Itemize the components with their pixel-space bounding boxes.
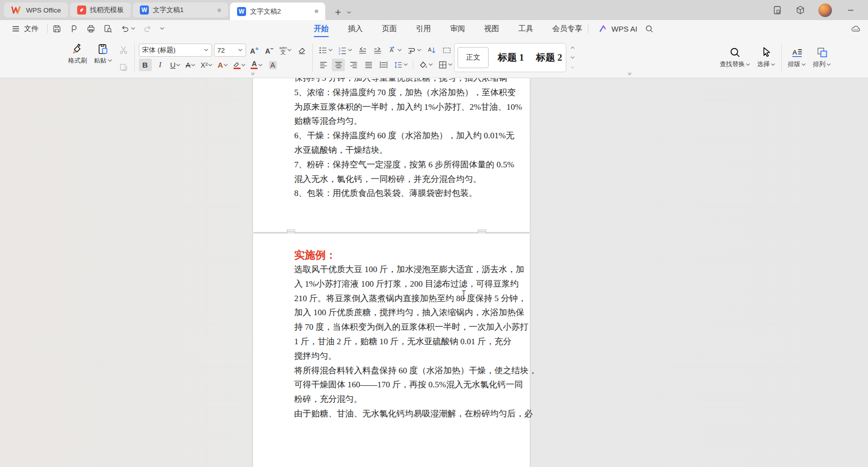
document-line: 将所得混合料转入料盘保持 60 度（水浴加热）干燥，使之结块， <box>294 364 489 378</box>
decrease-font-button[interactable]: A− <box>263 44 276 57</box>
hamburger-icon <box>11 24 21 34</box>
tab-document-2[interactable]: W 文字文稿2 <box>230 3 325 20</box>
file-menu-button[interactable]: 文件 <box>7 24 43 34</box>
redo-button[interactable] <box>143 24 152 34</box>
font-color-button[interactable]: A <box>249 59 264 71</box>
sort-button[interactable] <box>425 44 438 57</box>
font-name-select[interactable]: 宋体 (标题) <box>139 44 212 57</box>
export-pdf-button[interactable] <box>69 24 79 34</box>
pinyin-guide-button[interactable]: wén文 <box>278 44 294 57</box>
document-page-2[interactable]: 实施例： 选取风干优质大豆 100 斤，加水浸泡至膨大适宜，沥去水，加入 1%小… <box>253 233 530 467</box>
scissors-icon <box>119 45 128 55</box>
select-button[interactable]: 选择 <box>755 45 777 70</box>
indent-icon <box>373 46 382 55</box>
ribbon-collapse-marker[interactable] <box>251 72 255 76</box>
tab-modified-dot <box>315 10 318 13</box>
mobile-device-icon[interactable] <box>772 5 782 15</box>
distribute-button[interactable] <box>377 59 390 71</box>
justify-button[interactable] <box>362 59 375 71</box>
styles-scroll-up-icon[interactable] <box>570 46 575 49</box>
tab-wps-home[interactable]: WPS Office <box>4 3 68 18</box>
increase-font-button[interactable]: A+ <box>248 44 261 57</box>
copy-button[interactable] <box>117 61 130 74</box>
document-line: 混入无水，氯化钙，一同粉碎，并充分混合均匀。 <box>294 172 489 187</box>
menu-tab[interactable]: 会员专享 <box>551 21 583 37</box>
tab-list-chevron[interactable] <box>347 11 351 14</box>
shading-button[interactable] <box>417 59 435 71</box>
save-button[interactable] <box>52 24 62 34</box>
text-effects-button[interactable]: A <box>216 59 230 71</box>
borders-button[interactable] <box>437 59 454 71</box>
align-center-button[interactable] <box>332 59 345 71</box>
menu-tab[interactable]: 引用 <box>415 21 432 37</box>
ribbon-collapse-marker[interactable] <box>627 72 632 76</box>
tab-document-1[interactable]: W 文字文稿1 <box>133 3 228 18</box>
wrap-button[interactable] <box>405 44 423 57</box>
paste-button[interactable]: 粘贴 <box>92 42 114 66</box>
align-right-icon <box>349 60 358 70</box>
menu-tabs: 开始插入页面引用审阅视图工具会员专享 <box>313 21 583 37</box>
tab-modified-dot <box>218 9 221 12</box>
docer-icon <box>77 6 86 15</box>
format-painter-button[interactable]: 格式刷 <box>66 42 89 66</box>
highlight-color-button[interactable] <box>232 59 247 71</box>
arrange-button[interactable]: 排列 <box>811 45 833 70</box>
align-right-button[interactable] <box>347 59 360 71</box>
search-icon[interactable] <box>644 24 654 34</box>
arrange-icon <box>816 46 828 59</box>
editing-group: 查找替换 选择 <box>718 42 777 74</box>
numbered-list-button[interactable] <box>336 44 354 57</box>
menu-tab[interactable]: 开始 <box>313 21 330 37</box>
italic-button[interactable]: I <box>154 59 167 71</box>
text-direction-icon <box>387 46 397 55</box>
strikethrough-button[interactable]: A <box>184 59 197 71</box>
styles-more-icon[interactable] <box>570 66 575 69</box>
decrease-indent-button[interactable] <box>356 44 369 57</box>
apps-cube-icon[interactable] <box>795 5 805 15</box>
typeset-button[interactable]: 排版 <box>786 45 808 70</box>
document-line: 1 斤，甘油 2 斤，贻糖 10 斤，无水亚硫酸钠 0.01 斤，充分 <box>294 335 489 349</box>
bold-button[interactable]: B <box>139 59 152 71</box>
print-button[interactable] <box>86 24 96 34</box>
tab-docer-templates[interactable]: 找稻壳模板 <box>70 3 131 18</box>
cloud-more-icon[interactable] <box>850 24 861 34</box>
menu-tab[interactable]: 工具 <box>517 21 534 37</box>
text-direction-button[interactable] <box>386 44 403 57</box>
quickbar-more-chevron[interactable] <box>160 27 164 30</box>
line-spacing-button[interactable] <box>392 59 409 71</box>
style-item[interactable]: 正文 <box>458 47 489 68</box>
increase-indent-button[interactable] <box>371 44 384 57</box>
minimize-button[interactable] <box>845 7 856 14</box>
user-avatar[interactable] <box>818 4 832 17</box>
document-workspace[interactable]: 保持约 5 分钟，加入等重量优质蔗糖，搅匀，抽入浓缩锅5、浓缩：保持温度约 70… <box>0 78 868 467</box>
document-line: 8、包装：用优质食品包装袋、薄膜袋密封包装。 <box>294 186 489 201</box>
wps-ai-icon <box>599 24 608 33</box>
document-page-1[interactable]: 保持约 5 分钟，加入等重量优质蔗糖，搅匀，抽入浓缩锅5、浓缩：保持温度约 70… <box>253 78 530 232</box>
character-border-button[interactable] <box>440 44 453 57</box>
menu-tab[interactable]: 视图 <box>483 21 500 37</box>
menu-tab[interactable]: 页面 <box>381 21 398 37</box>
find-replace-button[interactable]: 查找替换 <box>718 45 752 70</box>
menu-tab[interactable]: 插入 <box>347 21 364 37</box>
align-left-button[interactable] <box>317 59 330 71</box>
undo-button[interactable] <box>120 24 135 34</box>
bullet-list-button[interactable] <box>317 44 334 57</box>
wps-ai-button[interactable]: WPS AI <box>599 24 637 33</box>
superscript-button[interactable]: X² <box>199 59 214 71</box>
underline-button[interactable]: U <box>169 59 182 71</box>
clear-format-button[interactable] <box>295 44 308 57</box>
new-tab-button[interactable] <box>334 9 342 16</box>
char-shading-button[interactable]: A <box>266 59 279 71</box>
line-spacing-icon <box>393 60 403 70</box>
print-preview-button[interactable] <box>103 24 113 34</box>
style-item[interactable]: 标题 2 <box>533 51 565 65</box>
menu-tab[interactable]: 审阅 <box>449 21 466 37</box>
font-size-select[interactable]: 72 <box>214 44 246 57</box>
document-line: 持 70 度，当体积变为倒入的豆浆体积一半时，一次加入小苏打 <box>294 320 489 335</box>
cut-button[interactable] <box>117 44 130 56</box>
style-item[interactable]: 标题 1 <box>495 51 527 65</box>
styles-scroll-down-icon[interactable] <box>570 56 575 59</box>
document-line: 可得干燥固体 160——170 斤，再按 0.5%混入无水氯化钙一同 <box>294 378 489 392</box>
paint-bucket-icon <box>418 60 428 70</box>
wrap-icon <box>407 46 416 55</box>
